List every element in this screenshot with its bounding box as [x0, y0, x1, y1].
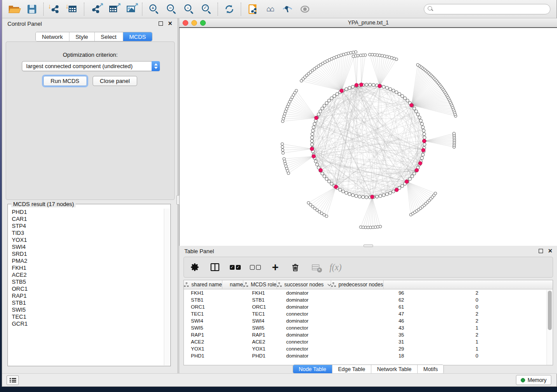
mcds-result-item[interactable]: YOX1 [8, 237, 164, 244]
mcds-result-item[interactable]: GCR1 [8, 320, 164, 327]
table-tab[interactable]: Edge Table [332, 365, 371, 373]
control-panel-title: Control Panel [7, 21, 42, 27]
show-all-icon[interactable] [296, 2, 314, 17]
mcds-result-item[interactable]: SWI5 [8, 306, 164, 313]
mcds-result-item[interactable]: TEC1 [8, 313, 164, 320]
export-network-icon[interactable]: ↗ [87, 2, 104, 17]
table-scrollbar[interactable] [547, 290, 552, 365]
deselect-all-icon[interactable] [249, 261, 261, 273]
zoom-in-icon[interactable]: + [145, 2, 163, 17]
table-row[interactable]: STB1 STB1 dominator 62 0 [184, 296, 553, 303]
mcds-result-item[interactable]: PMA2 [8, 258, 164, 265]
table-settings-gear-icon[interactable] [189, 261, 201, 273]
control-panel-tab[interactable]: MCDS [123, 32, 152, 41]
mcds-result-item[interactable]: TID3 [8, 230, 164, 237]
criterion-dropdown[interactable]: largest connected component (undirected) [22, 61, 160, 71]
table-panel-titlebar: Table Panel × [179, 246, 557, 256]
network-canvas-svg [180, 28, 557, 246]
refresh-layout-icon[interactable] [221, 2, 238, 17]
column-header[interactable]: name [222, 280, 243, 289]
table-tab[interactable]: Network Table [371, 365, 418, 373]
search-icon [428, 6, 432, 10]
result-scrollbar[interactable] [164, 209, 170, 365]
open-session-icon[interactable] [6, 2, 23, 17]
close-panel-icon[interactable]: × [168, 21, 172, 26]
table-row[interactable]: SWI5 SWI5 connector 43 1 [184, 324, 553, 331]
search-input[interactable] [424, 4, 550, 14]
hide-selected-icon[interactable] [279, 2, 296, 17]
column-header[interactable]: successor nodes [277, 280, 331, 289]
table-row[interactable]: ACE2 ACE2 connector 31 1 [184, 338, 553, 345]
memory-button[interactable]: Memory [516, 375, 551, 385]
import-network-icon[interactable]: ↓ [46, 2, 64, 17]
mcds-tab-content: Optimization criterion: largest connecte… [6, 41, 175, 200]
export-table-icon[interactable]: ↗ [104, 2, 122, 17]
table-row[interactable]: SWI4 SWI4 dominator 46 2 [184, 317, 553, 324]
import-table-icon[interactable]: ↓ [64, 2, 81, 17]
select-all-icon[interactable]: ✓✓ [229, 261, 241, 273]
control-panel-tabs: NetworkStyleSelectMCDS [35, 32, 152, 41]
list-icon [10, 378, 16, 383]
table-row[interactable]: RAP1 RAP1 dominator 35 2 [184, 331, 553, 338]
sort-descending-icon [328, 282, 331, 285]
column-header[interactable]: MCDS role [243, 280, 277, 289]
show-columns-icon[interactable] [209, 261, 221, 273]
float-table-panel-icon[interactable] [539, 249, 543, 253]
table-panel-grip[interactable] [363, 244, 373, 247]
zoom-fit-icon[interactable]: ▫ [180, 2, 197, 17]
table-row[interactable]: PHD1 PHD1 dominator 18 0 [184, 352, 553, 359]
zoom-selected-icon[interactable]: ✓ [197, 2, 215, 17]
float-panel-icon[interactable] [159, 21, 163, 26]
table-row[interactable]: TEC1 TEC1 connector 47 2 [184, 310, 553, 317]
column-header[interactable]: predecessor nodes [331, 280, 384, 289]
mcds-result-item[interactable]: PHD1 [8, 209, 164, 216]
first-neighbors-icon[interactable]: ⌂⌂ [261, 2, 279, 17]
table-row[interactable]: ORC1 ORC1 dominator 61 0 [184, 303, 553, 310]
export-image-icon[interactable]: ↗ [122, 2, 139, 17]
network-view-titlebar: YPA_prune.txt_1 [179, 18, 557, 28]
delete-table-icon-disabled [310, 261, 321, 273]
close-table-panel-icon[interactable]: × [548, 249, 552, 253]
close-panel-button[interactable]: Close panel [93, 76, 138, 86]
mcds-result-item[interactable]: FKH1 [8, 265, 164, 272]
memory-label: Memory [528, 377, 547, 383]
mcds-result-item[interactable]: STB1 [8, 299, 164, 306]
mcds-result-item[interactable]: STP4 [8, 223, 164, 230]
control-panel-tab[interactable]: Select [95, 32, 123, 41]
optimization-criterion-label: Optimization criterion: [6, 52, 174, 58]
mcds-result-list: PHD1CAR1STP4TID3YOX1SWI4SRD1PMA2FKH1ACE2… [8, 209, 164, 365]
node-table-header: shared name name MCDS role successor nod… [184, 280, 553, 289]
table-row[interactable]: FKH1 FKH1 dominator 96 2 [184, 289, 553, 296]
control-panel-tab[interactable]: Network [36, 32, 69, 41]
node-table: shared name name MCDS role successor nod… [183, 280, 553, 365]
column-header[interactable]: shared name [184, 280, 222, 289]
mcds-result-item[interactable]: SRD1 [8, 251, 164, 258]
criterion-value: largest connected component (undirected) [22, 63, 152, 69]
table-tab[interactable]: Node Table [293, 365, 332, 373]
zoom-out-icon[interactable]: − [163, 2, 180, 17]
control-panel-tab[interactable]: Style [69, 32, 95, 41]
mcds-result-item[interactable]: SWI4 [8, 244, 164, 251]
dropdown-stepper-icon [152, 61, 160, 71]
node-table-body: FKH1 FKH1 dominator 96 2 STB1 STB1 domin… [184, 289, 553, 359]
mcds-result-item[interactable]: RAP1 [8, 292, 164, 299]
add-column-icon[interactable]: + [270, 261, 281, 273]
mcds-result-item[interactable]: CAR1 [8, 216, 164, 223]
mcds-result-box: MCDS result (17 nodes) PHD1CAR1STP4TID3Y… [7, 204, 171, 366]
attribute-icon [184, 282, 189, 287]
delete-column-icon[interactable] [290, 261, 301, 273]
mcds-result-item[interactable]: STB5 [8, 279, 164, 285]
network-from-selection-icon[interactable] [244, 2, 261, 17]
mcds-result-item[interactable]: ORC1 [8, 285, 164, 292]
table-tab[interactable]: Motifs [418, 365, 443, 373]
network-canvas[interactable] [179, 28, 557, 246]
toolbar-separator [218, 3, 218, 16]
mcds-result-item[interactable]: ACE2 [8, 272, 164, 279]
network-view-window: YPA_prune.txt_1 [179, 18, 557, 246]
save-session-icon[interactable] [23, 2, 41, 17]
table-scrollbar-thumb[interactable] [548, 291, 552, 330]
task-history-button[interactable] [7, 375, 19, 385]
table-row[interactable]: YOX1 YOX1 connector 29 1 [184, 345, 553, 352]
toolbar-separator [241, 3, 241, 16]
run-mcds-button[interactable]: Run MCDS [43, 76, 87, 86]
